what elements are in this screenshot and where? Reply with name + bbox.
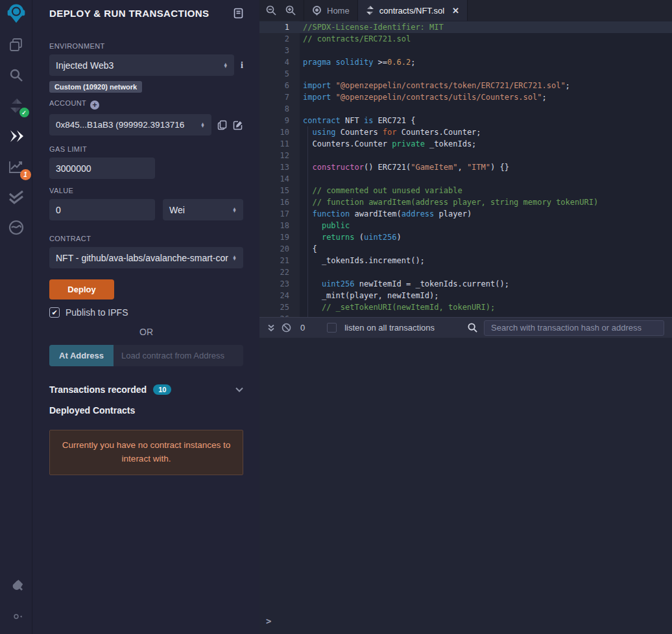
zoom-in-icon[interactable] — [285, 5, 296, 16]
code-line[interactable]: 6import "@openzeppelin/contracts/token/E… — [259, 80, 672, 91]
code-line[interactable]: 19 returns (uint256) — [259, 231, 672, 243]
account-select[interactable]: 0x845...B1aB3 (999992.3913716 ▲▼ — [49, 114, 211, 135]
deployed-contracts-heading: Deployed Contracts — [49, 405, 243, 416]
tab-home[interactable]: Home — [304, 0, 357, 21]
transactions-count-badge: 10 — [153, 384, 171, 395]
account-label: ACCOUNT+ — [49, 99, 243, 110]
code-line[interactable]: 9contract NFT is ERC721 { — [259, 115, 672, 126]
remix-logo-icon[interactable] — [6, 4, 26, 23]
chevron-down-icon[interactable] — [235, 387, 243, 392]
at-address-input[interactable] — [114, 345, 243, 366]
code-line[interactable]: 1//SPDX-License-Identifier: MIT — [259, 21, 672, 33]
code-line[interactable]: 12 — [259, 150, 672, 161]
expand-terminal-icon[interactable] — [267, 324, 275, 332]
code-line[interactable]: 21 _tokenIds.increment(); — [259, 255, 672, 266]
copy-account-icon[interactable] — [217, 120, 227, 130]
code-line[interactable]: 13 constructor() ERC721("GameItem", "ITM… — [259, 161, 672, 173]
unit-testing-icon[interactable] — [6, 187, 26, 207]
code-line[interactable]: 20 { — [259, 243, 672, 255]
edit-account-icon[interactable] — [233, 120, 243, 130]
create-account-icon[interactable]: + — [90, 100, 99, 110]
compiler-success-badge: ✓ — [19, 108, 29, 117]
code-line[interactable]: 7import "@openzeppelin/contracts/utils/C… — [259, 91, 672, 103]
select-arrows-icon: ▲▼ — [219, 63, 228, 68]
code-line[interactable]: 17 function awardItem(address player) — [259, 208, 672, 220]
tab-nft-sol[interactable]: contracts/NFT.sol ✕ — [357, 0, 468, 21]
code-line[interactable]: 16 // function awardItem(address player,… — [259, 196, 672, 208]
contract-label: CONTRACT — [49, 235, 243, 242]
zoom-out-icon[interactable] — [266, 5, 276, 16]
settings-gear-icon[interactable] — [6, 607, 26, 626]
code-line[interactable]: 14 — [259, 173, 672, 185]
close-tab-icon[interactable]: ✕ — [452, 6, 459, 16]
or-divider: OR — [49, 327, 243, 337]
pending-tx-count: 0 — [300, 323, 305, 333]
select-arrows-icon: ▲▼ — [228, 207, 237, 213]
gas-limit-input[interactable]: 3000000 — [49, 158, 155, 179]
tab-bar: Home contracts/NFT.sol ✕ — [259, 0, 672, 21]
terminal-search-icon — [468, 323, 477, 333]
icon-rail: ✓ 1 — [0, 0, 32, 634]
code-line[interactable]: 15 // commented out unused variable — [259, 185, 672, 196]
search-icon[interactable] — [6, 65, 26, 85]
at-address-button[interactable]: At Address — [49, 345, 114, 366]
contract-select[interactable]: NFT - github/ava-labs/avalanche-smart-co… — [49, 247, 243, 268]
code-line[interactable]: 24 _mint(player, newItemId); — [259, 290, 672, 301]
plugin-manager-icon[interactable] — [6, 576, 26, 596]
code-line[interactable]: 10 using Counters for Counters.Counter; — [259, 126, 672, 138]
transactions-recorded-label: Transactions recorded — [49, 384, 147, 395]
value-input[interactable]: 0 — [49, 199, 155, 220]
deploy-run-panel: DEPLOY & RUN TRANSACTIONS ENVIRONMENT In… — [32, 0, 259, 634]
terminal-toolbar: 0 listen on all transactions — [259, 317, 672, 338]
clear-console-icon[interactable] — [282, 323, 291, 333]
listen-transactions-checkbox[interactable] — [327, 323, 337, 333]
rail-bottom-group — [6, 576, 26, 634]
documentation-icon[interactable] — [234, 8, 243, 19]
transactions-recorded-row[interactable]: Transactions recorded 10 — [49, 384, 243, 395]
environment-info-icon[interactable]: i — [241, 60, 243, 71]
terminal-search-input[interactable] — [484, 320, 664, 336]
publish-ipfs-label: Publish to IPFS — [66, 307, 128, 318]
code-line[interactable]: 5 — [259, 68, 672, 80]
value-unit-select[interactable]: Wei ▲▼ — [163, 199, 243, 220]
statistics-icon[interactable]: 1 — [6, 157, 26, 176]
remix-ide-window: ✓ 1 — [0, 0, 672, 634]
code-lines: 1//SPDX-License-Identifier: MIT2// contr… — [259, 21, 672, 317]
file-explorer-icon[interactable] — [6, 35, 26, 54]
select-arrows-icon: ▲▼ — [197, 123, 205, 128]
code-line[interactable]: 22 — [259, 266, 672, 278]
code-line[interactable]: 4pragma solidity >=0.6.2; — [259, 56, 672, 68]
deploy-run-icon[interactable] — [6, 126, 26, 146]
publish-ipfs-checkbox[interactable]: ✔ — [49, 307, 60, 318]
code-line[interactable]: 25 // _setTokenURI(newItemId, tokenURI); — [259, 301, 672, 313]
select-arrows-icon: ▲▼ — [228, 255, 237, 261]
code-line[interactable]: 23 uint256 newItemId = _tokenIds.current… — [259, 278, 672, 290]
statistics-badge: 1 — [20, 169, 31, 180]
panel-title: DEPLOY & RUN TRANSACTIONS — [49, 8, 209, 19]
code-line[interactable]: 11 Counters.Counter private _tokenIds; — [259, 138, 672, 150]
home-tab-icon — [312, 6, 322, 16]
code-line[interactable]: 26 — [259, 313, 672, 317]
environment-label: ENVIRONMENT — [49, 42, 243, 50]
code-line[interactable]: 18 public — [259, 220, 672, 231]
value-label: VALUE — [49, 187, 243, 194]
terminal-output[interactable]: > — [259, 338, 672, 634]
listen-transactions-label: listen on all transactions — [344, 323, 435, 333]
deploy-button[interactable]: Deploy — [49, 279, 114, 299]
code-editor[interactable]: 1//SPDX-License-Identifier: MIT2// contr… — [259, 21, 672, 317]
solidity-file-icon — [366, 6, 374, 15]
main-area: Home contracts/NFT.sol ✕ 1//SPDX-License… — [259, 0, 672, 634]
solidity-compiler-icon[interactable]: ✓ — [6, 96, 26, 115]
sourcify-icon[interactable] — [6, 218, 26, 237]
environment-select[interactable]: Injected Web3 ▲▼ — [49, 54, 234, 76]
code-line[interactable]: 8 — [259, 103, 672, 115]
terminal-prompt: > — [266, 616, 271, 626]
code-line[interactable]: 2// contracts/ERC721.sol — [259, 33, 672, 45]
no-instances-warning: Currently you have no contract instances… — [49, 430, 243, 475]
network-badge: Custom (10920) network — [49, 81, 142, 93]
code-line[interactable]: 3 — [259, 45, 672, 56]
gas-limit-label: GAS LIMIT — [49, 145, 243, 153]
